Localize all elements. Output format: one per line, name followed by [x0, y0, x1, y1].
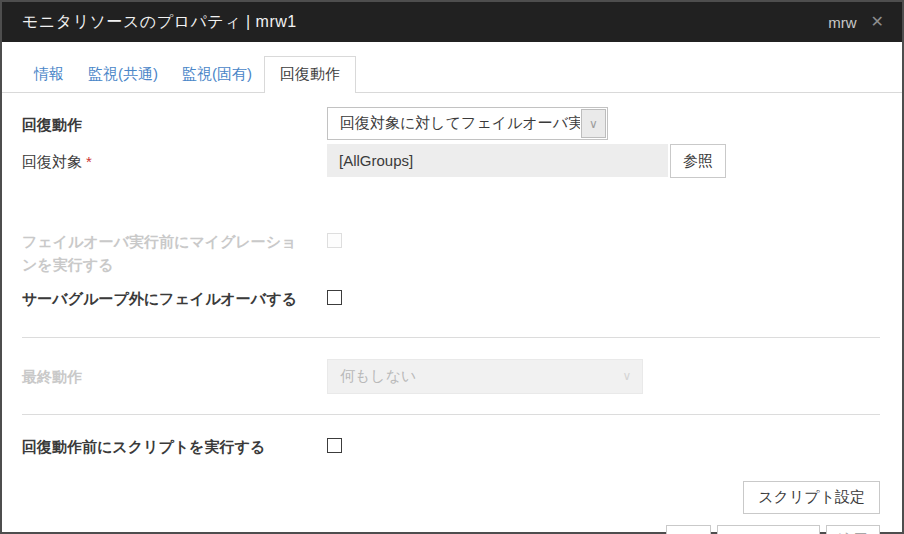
failover-outside-server-group-row: サーバグループ外にフェイルオーバする	[22, 281, 880, 311]
final-action-selected-value: 何もしない	[328, 360, 612, 393]
recovery-target-value-field: [AllGroups]	[327, 144, 668, 177]
final-action-select: 何もしない ∨	[327, 359, 643, 394]
recovery-action-selected-value: 回復対象に対してフェイルオーバ実行	[328, 108, 580, 139]
script-before-recovery-row: 回復動作前にスクリプトを実行する	[22, 429, 880, 459]
tab-monitor-special[interactable]: 監視(固有)	[170, 56, 264, 92]
browse-button[interactable]: 参照	[670, 144, 726, 178]
dialog-title: モニタリソースのプロパティ | mrw1	[22, 12, 828, 33]
migration-before-failover-label-wrap: フェイルオーバ実行前にマイグレーションを実行する	[22, 224, 327, 276]
recovery-action-row: 回復動作 回復対象に対してフェイルオーバ実行 ∨	[22, 107, 880, 140]
migration-before-failover-checkbox	[327, 233, 342, 248]
tab-bar: 情報 監視(共通) 監視(固有) 回復動作	[2, 56, 902, 93]
recovery-target-label: 回復対象	[22, 153, 82, 170]
tab-recovery-action[interactable]: 回復動作	[264, 56, 356, 93]
script-before-recovery-label: 回復動作前にスクリプトを実行する	[22, 429, 327, 459]
chevron-down-icon: ∨	[581, 109, 606, 138]
tab-info[interactable]: 情報	[22, 56, 76, 92]
failover-outside-server-group-label: サーバグループ外にフェイルオーバする	[22, 281, 327, 311]
script-settings-button[interactable]: スクリプト設定	[743, 481, 880, 514]
chevron-down-icon: ∨	[613, 361, 641, 392]
dialog-footer: OK キャンセル 適用	[22, 525, 880, 534]
migration-before-failover-row: フェイルオーバ実行前にマイグレーションを実行する	[22, 224, 880, 276]
tab-panel-recovery-action: 回復動作 回復対象に対してフェイルオーバ実行 ∨ 回復対象* [AllGroup…	[2, 93, 902, 534]
ok-button[interactable]: OK	[666, 525, 712, 534]
final-action-row: 最終動作 何もしない ∨	[22, 359, 880, 394]
script-settings-row: スクリプト設定	[22, 481, 880, 514]
recovery-action-label: 回復動作	[22, 107, 327, 137]
recovery-target-label-wrap: 回復対象*	[22, 144, 327, 174]
tab-monitor-common[interactable]: 監視(共通)	[76, 56, 170, 92]
recovery-target-row: 回復対象* [AllGroups] 参照	[22, 144, 880, 178]
final-action-label: 最終動作	[22, 359, 327, 389]
window-tag: mrw	[828, 14, 856, 31]
required-asterisk: *	[86, 153, 92, 170]
section-divider	[22, 414, 880, 415]
close-icon[interactable]: ✕	[871, 14, 884, 30]
section-divider	[22, 337, 880, 338]
cancel-button[interactable]: キャンセル	[717, 525, 820, 534]
failover-outside-server-group-checkbox[interactable]	[327, 290, 342, 305]
recovery-action-select[interactable]: 回復対象に対してフェイルオーバ実行 ∨	[327, 107, 608, 140]
apply-button: 適用	[826, 525, 880, 534]
monitor-resource-properties-dialog: モニタリソースのプロパティ | mrw1 mrw ✕ 情報 監視(共通) 監視(…	[0, 0, 904, 534]
script-before-recovery-checkbox[interactable]	[327, 438, 342, 453]
dialog-titlebar: モニタリソースのプロパティ | mrw1 mrw ✕	[2, 2, 902, 42]
migration-before-failover-label: フェイルオーバ実行前にマイグレーションを実行する	[22, 231, 304, 276]
